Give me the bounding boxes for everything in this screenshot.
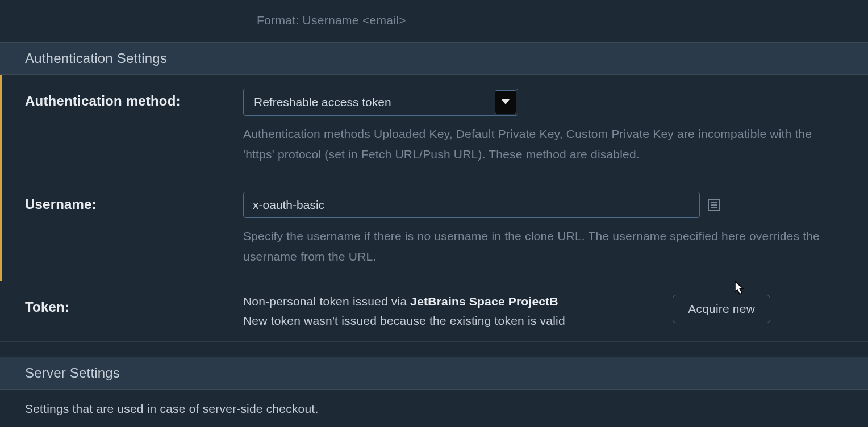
token-label: Token:: [14, 295, 243, 315]
token-status-text: New token wasn't issued because the exis…: [243, 314, 661, 328]
auth-method-help: Authentication methods Uploaded Key, Def…: [243, 124, 845, 164]
format-hint-text: Format: Username <email>: [257, 0, 868, 27]
acquire-new-button[interactable]: Acquire new: [673, 295, 770, 323]
token-issued-text: Non-personal token issued via JetBrains …: [243, 295, 661, 308]
server-settings-header: Server Settings: [0, 357, 868, 390]
svg-marker-0: [502, 99, 510, 104]
username-row: Username: Specify the username if there …: [0, 178, 868, 281]
token-row: Token: Non-personal token issued via Jet…: [0, 281, 868, 342]
parameter-reference-icon[interactable]: [708, 199, 720, 211]
username-input[interactable]: [243, 192, 700, 218]
dropdown-arrow-icon[interactable]: [495, 90, 516, 114]
auth-method-value: Refreshable access token: [244, 90, 494, 114]
username-label: Username:: [14, 192, 243, 212]
token-source: JetBrains Space ProjectB: [410, 295, 558, 308]
auth-settings-header: Authentication Settings: [0, 42, 868, 75]
auth-method-label: Authentication method:: [14, 89, 243, 109]
server-settings-description: Settings that are used in case of server…: [0, 390, 868, 427]
auth-method-row: Authentication method: Refreshable acces…: [0, 75, 868, 178]
auth-method-select[interactable]: Refreshable access token: [243, 89, 518, 116]
username-help: Specify the username if there is no user…: [243, 226, 845, 266]
